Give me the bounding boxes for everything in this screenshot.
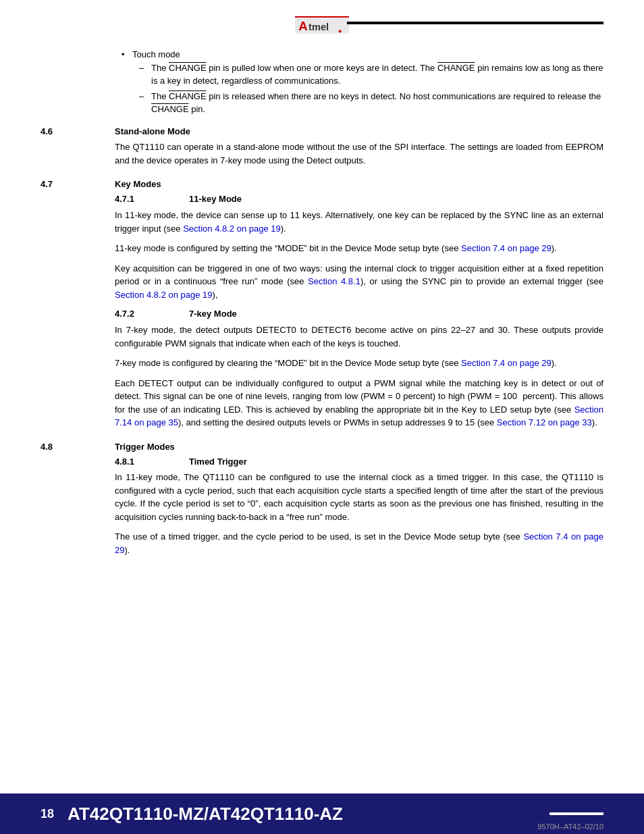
main-content: Touch mode The CHANGE pin is pulled low … xyxy=(0,46,644,582)
section-4-7-2-para-3: Each DETECT output can be individually c… xyxy=(115,377,603,429)
logo-area: A tmel xyxy=(295,12,349,39)
header-line xyxy=(347,22,603,24)
footer-doc-number: 9570H–AT42–02/10 xyxy=(537,823,603,831)
touch-mode-section: Touch mode The CHANGE pin is pulled low … xyxy=(122,49,603,115)
section-4-6-title: Stand-alone Mode xyxy=(115,126,190,136)
svg-text:tmel: tmel xyxy=(308,22,329,32)
section-4-7-2-title: 7-key Mode xyxy=(189,308,237,321)
change-overline-4: CHANGE xyxy=(151,104,189,114)
section-4-8: 4.8 Trigger Modes 4.8.1 Timed Trigger In… xyxy=(41,442,603,557)
section-4-7-1-para-1: In 11-key mode, the device can sense up … xyxy=(115,209,603,235)
link-7-4-p3[interactable]: Section 7.4 on page 29 xyxy=(115,531,603,555)
section-4-7: 4.7 Key Modes 4.7.1 11-key Mode In 11-ke… xyxy=(41,179,603,429)
atmel-logo: A tmel xyxy=(295,12,349,39)
footer-page-number: 18 xyxy=(41,807,54,821)
section-4-7-1-para-2: 11-key mode is configured by setting the… xyxy=(115,242,603,255)
section-4-6-num: 4.6 xyxy=(41,126,115,136)
section-4-7-2-para-2: 7-key mode is configured by clearing the… xyxy=(115,357,603,370)
link-4-8-2-p2[interactable]: Section 4.8.2 on page 19 xyxy=(115,290,213,300)
link-4-8-1[interactable]: Section 4.8.1 xyxy=(308,276,360,286)
svg-text:A: A xyxy=(298,19,307,33)
page-header: A tmel xyxy=(0,0,644,46)
svg-point-3 xyxy=(339,30,342,32)
section-4-8-1-para-1: In 11-key mode, The QT1110 can be config… xyxy=(115,471,603,523)
section-4-7-2-num: 4.7.2 xyxy=(115,308,189,321)
section-4-6-body: The QT1110 can operate in a stand-alone … xyxy=(115,140,603,167)
link-4-8-2-p1[interactable]: Section 4.8.2 on page 19 xyxy=(183,224,281,234)
section-4-8-header: 4.8 Trigger Modes xyxy=(41,442,603,452)
section-4-8-1-num: 4.8.1 xyxy=(115,456,189,469)
page-footer: 18 AT42QT1110-MZ/AT42QT1110-AZ 9570H–AT4… xyxy=(0,793,644,834)
touch-mode-label: Touch mode xyxy=(132,49,180,59)
sub-item-2: The CHANGE pin is released when there ar… xyxy=(139,90,603,116)
footer-line xyxy=(549,812,603,815)
link-7-4-p1[interactable]: Section 7.4 on page 29 xyxy=(461,243,552,253)
touch-mode-item: Touch mode The CHANGE pin is pulled low … xyxy=(122,49,603,115)
sub-item-1: The CHANGE pin is pulled low when one or… xyxy=(139,62,603,88)
section-4-8-num: 4.8 xyxy=(41,442,115,452)
footer-product-name: AT42QT1110-MZ/AT42QT1110-AZ xyxy=(68,804,549,825)
touch-mode-list: Touch mode The CHANGE pin is pulled low … xyxy=(122,49,603,115)
section-4-7-2-para-1: In 7-key mode, the detect outputs DETECT… xyxy=(115,323,603,350)
section-4-7-2: 4.7.2 7-key Mode In 7-key mode, the dete… xyxy=(115,308,603,429)
section-4-7-1-title: 11-key Mode xyxy=(189,193,242,206)
section-4-7-title: Key Modes xyxy=(115,179,161,189)
section-4-8-1-para-2: The use of a timed trigger, and the cycl… xyxy=(115,530,603,556)
link-7-12[interactable]: Section 7.12 on page 33 xyxy=(497,417,592,427)
section-4-8-1-title: Timed Trigger xyxy=(189,456,247,469)
section-4-7-header: 4.7 Key Modes xyxy=(41,179,603,189)
change-overline-3: CHANGE xyxy=(169,91,207,101)
section-4-6: 4.6 Stand-alone Mode The QT1110 can oper… xyxy=(41,126,603,167)
link-7-4-p2[interactable]: Section 7.4 on page 29 xyxy=(461,358,552,368)
section-4-8-title: Trigger Modes xyxy=(115,442,175,452)
section-4-7-num: 4.7 xyxy=(41,179,115,189)
section-4-7-1: 4.7.1 11-key Mode In 11-key mode, the de… xyxy=(115,193,603,301)
touch-mode-sub-list: The CHANGE pin is pulled low when one or… xyxy=(139,62,603,115)
section-4-8-1: 4.8.1 Timed Trigger In 11-key mode, The … xyxy=(115,456,603,557)
page: A tmel Touch mode The CHANGE pin is pull… xyxy=(0,0,644,834)
section-4-7-1-para-3: Key acquisition can be triggered in one … xyxy=(115,262,603,302)
change-overline-1: CHANGE xyxy=(169,63,207,73)
section-4-6-header: 4.6 Stand-alone Mode xyxy=(41,126,603,136)
section-4-7-2-header: 4.7.2 7-key Mode xyxy=(115,308,603,321)
change-overline-2: CHANGE xyxy=(437,63,475,73)
section-4-7-1-num: 4.7.1 xyxy=(115,193,189,206)
section-4-7-1-header: 4.7.1 11-key Mode xyxy=(115,193,603,206)
section-4-8-1-header: 4.8.1 Timed Trigger xyxy=(115,456,603,469)
